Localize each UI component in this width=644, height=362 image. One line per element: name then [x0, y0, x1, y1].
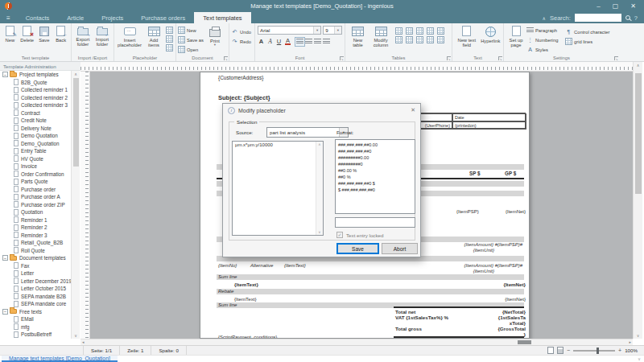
table-tool-icon-3[interactable]	[416, 27, 423, 35]
tree-item[interactable]: HV Quote	[0, 155, 71, 163]
insert-placeholder-button[interactable]: Insert placeholder	[116, 24, 143, 49]
placeholder-tool-icon-2[interactable]	[166, 35, 173, 43]
tree-item[interactable]: Reminder 1	[0, 216, 71, 224]
control-character-button[interactable]: ¶ Control character	[565, 27, 615, 36]
tab-projects[interactable]: Projects	[93, 12, 132, 23]
font-size-select[interactable]: 9 ▾	[323, 26, 342, 35]
table-tool-icon-2[interactable]	[406, 27, 413, 35]
align-right-icon[interactable]	[314, 39, 321, 45]
fit-page-icon[interactable]	[547, 347, 554, 354]
dialog-launcher-icon[interactable]: ↘	[498, 56, 502, 60]
collapse-icon[interactable]	[2, 309, 8, 315]
import-folder-button[interactable]: ← Import folder	[93, 24, 112, 48]
zoom-slider[interactable]	[573, 350, 615, 352]
print-dropdown-icon[interactable]: ▾	[214, 43, 216, 47]
tree-item[interactable]: Quotation	[0, 208, 71, 216]
dialog-launcher-icon[interactable]: ↘	[340, 56, 344, 60]
placeholder-tool-icon-1[interactable]	[166, 27, 173, 34]
placeholder-tool-icon-3[interactable]	[166, 44, 173, 51]
table-tool-icon-8[interactable]	[416, 36, 423, 43]
align-justify-icon[interactable]	[323, 39, 330, 45]
tree-item[interactable]: Document templates	[0, 254, 71, 262]
scroll-down-icon[interactable]: ∨	[634, 333, 642, 338]
italic-button[interactable]: A	[266, 37, 275, 46]
format-list-item[interactable]: #########0.00	[338, 154, 412, 161]
numbering-button[interactable]: ⋮ Numbering	[526, 35, 565, 44]
scroll-down-icon[interactable]: ∨	[316, 230, 323, 234]
modify-column-button[interactable]: Modify column	[369, 24, 393, 49]
tree-item[interactable]: PostbuBetreff	[0, 331, 71, 339]
delete-template-button[interactable]: ✖ Delete	[19, 24, 36, 43]
tree-item[interactable]: Free texts	[0, 308, 71, 316]
tree-item[interactable]: mfg	[0, 323, 71, 331]
maximize-button[interactable]: ▢	[613, 2, 619, 10]
new-table-button[interactable]: New table	[347, 24, 369, 49]
print-button[interactable]: Print ▾	[205, 24, 225, 48]
tree-item[interactable]: Invoice	[0, 162, 71, 171]
dialog-launcher-icon[interactable]: ↘	[224, 56, 228, 60]
table-tool-icon-4[interactable]	[427, 27, 434, 35]
table-tool-icon-9[interactable]	[427, 36, 434, 43]
listbox-scrollbar[interactable]: ∧ ∨	[316, 142, 323, 235]
fit-width-icon[interactable]	[557, 347, 564, 354]
tree-item[interactable]: Collected reminder 1	[0, 86, 71, 94]
scrollbar-thumb[interactable]	[518, 340, 531, 344]
set-up-page-button[interactable]: Set up page	[506, 24, 526, 49]
search-icon[interactable]	[625, 15, 630, 20]
scroll-left-icon[interactable]: ◂	[82, 339, 85, 344]
table-tool-icon-5[interactable]	[437, 27, 444, 35]
zoom-in-button[interactable]: +	[618, 348, 621, 353]
dialog-launcher-icon[interactable]: ↘	[614, 56, 618, 60]
tree-item[interactable]: Letter	[0, 269, 71, 278]
search-input[interactable]	[575, 14, 621, 22]
collapse-icon[interactable]	[2, 255, 8, 261]
sidebar-scrollbar[interactable]: ∧ ∨	[71, 71, 80, 339]
vertical-scrollbar[interactable]: ∧ ∨	[633, 62, 642, 339]
tree-item[interactable]: Delivery Note	[0, 125, 71, 133]
format-listbox[interactable]: ###,###,###,##0.00 ###,###,###,##0 #####…	[335, 139, 415, 214]
new-text-field-button[interactable]: New text field	[454, 24, 479, 49]
scroll-down-icon[interactable]: ∨	[72, 333, 80, 338]
tree-item[interactable]: Project templates	[0, 71, 71, 79]
back-button[interactable]: ← Back	[52, 24, 69, 43]
export-folder-button[interactable]: → Export folder	[73, 24, 93, 48]
scroll-up-icon[interactable]: ∧	[634, 63, 642, 68]
dialog-titlebar[interactable]: i Modify placeholder ✕	[223, 104, 420, 117]
new-template-button[interactable]: ✎ New	[2, 24, 19, 43]
dialog-launcher-icon[interactable]: ↘	[447, 56, 451, 60]
tree-item[interactable]: Roll Quote	[0, 247, 71, 255]
bold-button[interactable]: A	[257, 37, 266, 46]
align-center-icon[interactable]	[305, 39, 312, 45]
help-icon[interactable]: ?	[634, 14, 638, 22]
table-tool-icon-7[interactable]	[406, 36, 413, 43]
align-left-icon[interactable]	[296, 39, 303, 45]
menu-icon[interactable]: ≡	[0, 12, 17, 23]
font-family-select[interactable]: Arial ▾	[258, 26, 321, 35]
hyperlink-button[interactable]: Hyperlink	[479, 24, 502, 44]
document-save-as-button[interactable]: Save as	[178, 35, 205, 44]
collapse-icon[interactable]	[2, 72, 8, 77]
scrollbar-thumb[interactable]	[73, 78, 79, 167]
tree-item[interactable]: Purchase order ZIP	[0, 201, 71, 209]
scrollbar-thumb[interactable]	[635, 73, 642, 194]
tree-item[interactable]: SEPA mandate B2B	[0, 293, 71, 301]
save-button[interactable]: Save	[336, 243, 379, 254]
tree-item[interactable]: Collected reminder 2	[0, 94, 71, 102]
scroll-right-icon[interactable]: ▸	[629, 339, 631, 344]
tab-contacts[interactable]: Contacts	[17, 12, 59, 23]
horizontal-scrollbar[interactable]: ◂ ▸	[80, 339, 633, 345]
chevron-down-icon[interactable]: ▾	[334, 27, 341, 34]
styles-button[interactable]: A Styles	[526, 45, 565, 54]
tree-item[interactable]: Reminder 3	[0, 232, 71, 240]
tree-item[interactable]: Purchase order	[0, 186, 71, 194]
tree-item[interactable]: Credit Note	[0, 117, 71, 125]
chevron-down-icon[interactable]: ▾	[313, 27, 320, 34]
format-list-item[interactable]: ##0 %	[338, 174, 412, 180]
format-list-item[interactable]: ###,###,###,##0 $	[338, 180, 412, 187]
table-tool-icon-6[interactable]	[395, 36, 402, 43]
chevron-down-icon[interactable]: ∨	[638, 356, 644, 362]
tree-item[interactable]: Parts Quote	[0, 178, 71, 186]
tree-item[interactable]: Purchase order A	[0, 193, 71, 201]
tab-purchase-orders[interactable]: Purchase orders	[132, 12, 194, 23]
tree-item[interactable]: EMail	[0, 315, 71, 323]
